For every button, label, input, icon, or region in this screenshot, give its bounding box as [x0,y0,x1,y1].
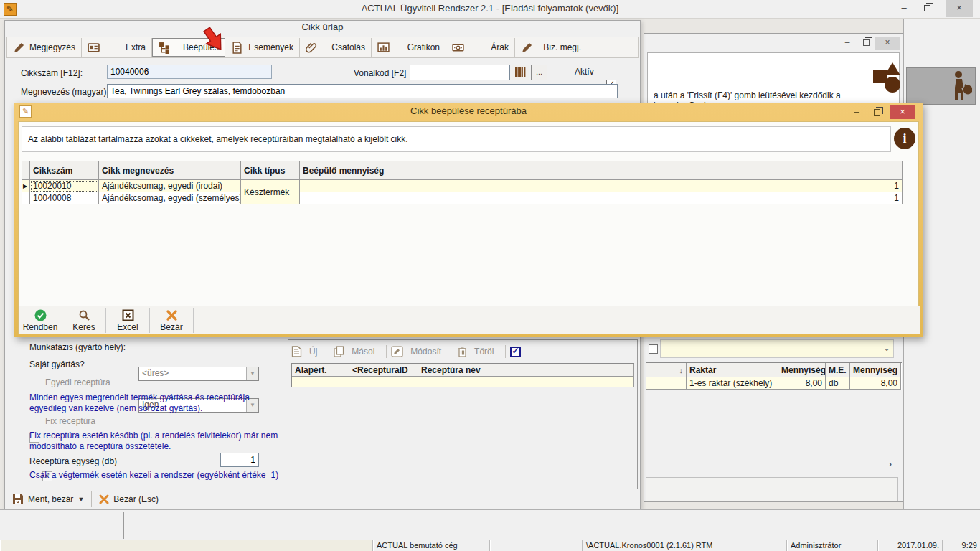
rw-restore-icon [863,39,870,46]
minimize-button[interactable]: – [894,0,914,17]
toolbar-biz-megj-button[interactable]: Biz. megj. [515,38,587,57]
barcode-more-button[interactable]: ... [531,65,547,80]
keres-button[interactable]: Keres [62,306,105,334]
shapes-logo-icon [872,61,903,97]
toolbar-esemenyek-label: Események [248,42,293,52]
torol-button[interactable]: Töröl [471,347,501,357]
separator [329,345,329,358]
aktiv-label: Aktív [575,67,594,77]
megnevezes-input[interactable] [107,84,618,98]
table-header-cikkszam[interactable]: Cikkszám [30,161,99,180]
keres-label: Keres [72,322,95,332]
dropdown-arrow-icon[interactable]: ▼ [246,367,258,380]
receptura-empty-cell[interactable] [349,377,418,387]
statusbar-version: \ACTUAL.Kronos0001 (2.1.61) RTM [583,540,787,551]
main-titlebar: ✎ ACTUAL Ügyviteli Rendszer 2.1 - [Eladá… [0,0,980,19]
dialog-close-button[interactable]: × [890,105,915,119]
dialog-message: Az alábbi táblázat tartalmazza azokat a … [28,134,408,144]
row-selector-header [22,161,30,180]
table-header-megnevezes[interactable]: Cikk megnevezés [99,161,241,180]
receptura-empty-cell[interactable] [292,377,349,387]
uj-button[interactable]: Új [306,347,324,357]
statusbar-company: ACTUAL bemutató cég [373,540,490,551]
person-with-bag-icon [951,70,972,102]
barcode-icon [515,67,526,77]
munkafazis-label: Munkafázis (gyártó hely): [29,342,126,352]
table-row-cikkszam[interactable]: 10020010 [30,180,99,192]
info-icon[interactable]: i [894,128,915,149]
sajat-gyartas-label: Saját gyártás? [29,359,85,369]
toolbar-grafikon-button[interactable]: Grafikon [372,38,446,57]
toolbar-csatolas-label: Csatolás [331,42,365,52]
fix-receptura-label: Fix receptúra [45,416,95,426]
rw-minimize-button[interactable]: – [838,37,857,50]
stock-header-mennyiseg1[interactable]: Mennyiség [778,363,826,377]
stock-header-mennyiseg2[interactable]: Mennyiség [850,363,901,377]
stock-cell-mennyiseg1[interactable]: 8,00 [778,377,826,390]
receptura-empty-cell[interactable] [418,377,634,387]
expand-right-button[interactable]: › [884,458,897,471]
dialog-minimize-button[interactable]: – [848,105,865,119]
restore-button[interactable] [917,0,937,17]
egyedi-hint-line1: Minden egyes megrendelt termék gyártása … [29,392,250,402]
close-x-icon [166,309,178,321]
table-row-megnevezes[interactable]: Ajándékcsomag, egyedi (személyes) [99,192,241,204]
table-header-mennyiseg[interactable]: Beépülő mennyiség [300,161,903,180]
toolbar-extra-button[interactable]: Extra [82,38,152,57]
separator [193,308,194,333]
masol-button[interactable]: Másol [349,347,382,357]
table-row-mennyiseg[interactable]: 1 [300,180,903,192]
dialog-message-box: Az alábbi táblázat tartalmazza azokat a … [22,126,891,152]
table-row-mennyiseg[interactable]: 1 [300,192,903,204]
receptura-egyseg-input[interactable] [220,453,259,467]
dialog-restore-button[interactable] [868,105,885,119]
stock-cell-mennyiseg2[interactable]: 8,00 [850,377,901,390]
chart-icon [377,42,390,54]
statusbar-time: 9:29 [943,540,980,551]
statusbar-empty-cell [490,540,583,551]
toolbar-esemenyek-button[interactable]: Események [225,38,300,57]
table-header-tipus[interactable]: Cikk típus [241,161,300,180]
stock-header-me[interactable]: M.E. [826,363,850,377]
barcode-button[interactable] [512,65,529,80]
vonalkod-input[interactable] [410,65,510,80]
bezar-esc-label: Bezár (Esc) [113,494,159,504]
bezar-button[interactable]: Bezár [150,306,193,334]
ment-bezar-button[interactable]: Ment, bezár ▼ [5,491,91,508]
stock-cell-me[interactable]: db [826,377,850,390]
copy-icon [334,346,344,357]
stock-sort-header[interactable]: ↓ [646,363,687,377]
munkafazis-combo[interactable]: <üres> ▼ [138,367,259,381]
table-row-cikkszam[interactable]: 10040008 [30,192,99,204]
receptura-header-nev[interactable]: Receptúra név [418,364,634,377]
vonalkod-label: Vonalkód [F2] [354,68,406,78]
receptura-header-alapert[interactable]: Alapért. [292,364,349,377]
rendben-button[interactable]: Rendben [19,306,62,334]
toolbar-arak-button[interactable]: Árak [446,38,515,57]
excel-button[interactable]: Excel [106,306,149,334]
rw-close-button[interactable]: × [875,37,900,50]
toolbar-megjegyzes-label: Megjegyzés [29,42,75,52]
filter-combo[interactable]: ⌄ [660,339,894,358]
bezar-esc-button[interactable]: Bezár (Esc) [92,491,166,508]
chevron-down-icon[interactable]: ⌄ [883,343,890,353]
toolbar-csatolas-button[interactable]: Csatolás [300,38,372,57]
stock-header-raktar[interactable]: Raktár [687,363,778,377]
toolbar-megjegyzes-button[interactable]: Megjegyzés [7,38,82,57]
rw-restore-button[interactable] [857,37,875,50]
receptura-header-id[interactable]: <RecepturaID [349,364,418,377]
dialog-title: Cikk beépülése receptúrába [14,105,923,116]
stock-cell-raktar[interactable]: 1-es raktár (székhely) [687,377,778,390]
close-button[interactable]: × [946,0,973,17]
paperclip-icon [306,42,318,54]
cikkszam-input[interactable] [107,65,272,79]
statusbar: ACTUAL bemutató cég \ACTUAL.Kronos0001 (… [0,540,980,551]
modosit-button[interactable]: Módosít [407,347,448,357]
filter-checkbox[interactable] [649,344,658,354]
statusbar-date: 2017.01.09. [878,540,943,551]
table-merged-tipus[interactable]: Késztermék [241,180,300,204]
table-row-megnevezes[interactable]: Ajándékcsomag, egyedi (irodai) [99,180,241,192]
stock-cell-empty[interactable] [646,377,687,390]
receptura-table: Alapért. <RecepturaID Receptúra név [291,363,634,387]
receptura-filter-checkbox[interactable] [510,347,521,357]
